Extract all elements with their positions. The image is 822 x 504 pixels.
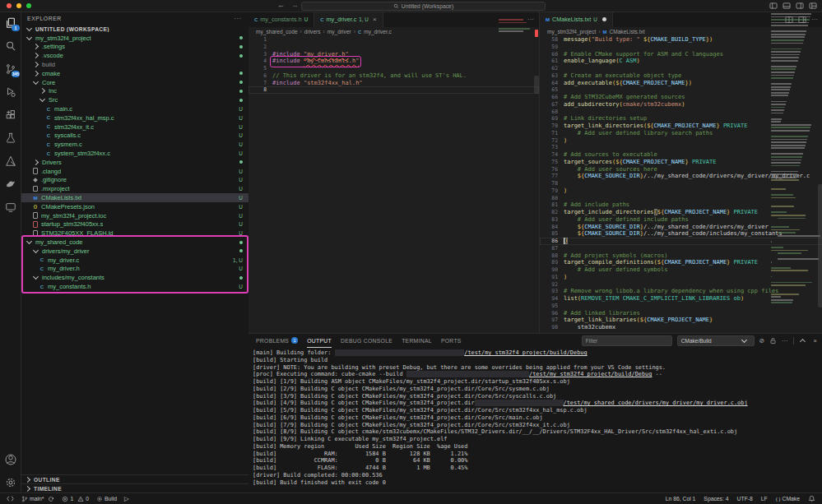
tree-folder-row[interactable]: drivers/my_driver	[21, 247, 248, 256]
tree-folder-row[interactable]: my_shared_code	[21, 238, 248, 247]
code-line[interactable]: 98 stm32cubemx	[540, 324, 822, 331]
breadcrumb-file[interactable]: my_driver.c	[364, 29, 392, 35]
code-line[interactable]: 92	[540, 281, 822, 289]
source-control-activity-icon[interactable]: 345	[4, 62, 16, 75]
extension-bird-activity-icon[interactable]	[4, 178, 16, 190]
tree-folder-row[interactable]: Core	[21, 78, 248, 87]
sync-icon[interactable]	[48, 496, 54, 502]
code-line[interactable]: 85 ${CMAKE_SOURCE_DIR}/../my_shared_code…	[540, 230, 822, 238]
tree-file-row[interactable]: STM32F405XX_FLASH.ldU	[21, 229, 248, 238]
tree-file-row[interactable]: MCMakeLists.txtU	[21, 193, 248, 202]
overview-ruler-right[interactable]	[817, 12, 822, 333]
output-log[interactable]: [main] Building folder: /test/my_stm32f4…	[253, 349, 820, 492]
tab-my-constants[interactable]: C my_constants.h U	[248, 12, 314, 27]
code-line[interactable]: 87	[540, 245, 822, 252]
code-line[interactable]: 4#include "my_constants.h"	[248, 58, 539, 65]
toggle-panel-icon[interactable]	[783, 2, 791, 10]
code-line[interactable]: 80	[540, 195, 822, 202]
run-debug-activity-icon[interactable]	[4, 86, 16, 98]
breadcrumb-right[interactable]: my_stm32f4_project›MCMakeLists.txt	[540, 27, 822, 36]
customize-layout-icon[interactable]	[809, 2, 817, 10]
tree-folder-row[interactable]: includes/my_constants	[21, 273, 248, 282]
back-icon[interactable]: ←	[277, 1, 285, 9]
tree-folder-row[interactable]: UNTITLED (WORKSPACE)	[21, 25, 248, 34]
tree-folder-row[interactable]: build	[21, 60, 248, 69]
tree-file-row[interactable]: startup_stm32f405xx.sU	[21, 220, 248, 229]
tree-file-row[interactable]: Cmy_driver.c1, U	[21, 256, 248, 265]
clear-output-icon[interactable]: ⊘	[759, 338, 764, 344]
code-line[interactable]: 61enable_language(C ASM)	[540, 58, 822, 65]
code-line[interactable]: 84 ${CMAKE_SOURCE_DIR}/../my_shared_code…	[540, 224, 822, 231]
code-line[interactable]: 68	[540, 109, 822, 116]
encoding[interactable]: UTF-8	[737, 496, 753, 502]
code-line[interactable]: 79)	[540, 187, 822, 195]
tree-file-row[interactable]: .mxprojectU	[21, 184, 248, 193]
breadcrumb-left[interactable]: my_shared_code›drivers›my_driver›Cmy_dri…	[248, 27, 539, 36]
code-line[interactable]: 96# Add linked libraries	[540, 310, 822, 317]
tree-file-row[interactable]: Csystem_stm32f4xx.cU	[21, 149, 248, 158]
code-line[interactable]: 78	[540, 180, 822, 187]
forward-icon[interactable]: →	[291, 1, 299, 9]
problems-status[interactable]: 1 0	[62, 496, 89, 502]
code-line[interactable]: 66# Add STM32CubeMX generated sources	[540, 94, 822, 101]
maximize-panel-icon[interactable]	[800, 339, 806, 344]
code-line[interactable]: 64add_executable(${CMAKE_PROJECT_NAME})	[540, 80, 822, 87]
code-line[interactable]: 3#include "my_driver.h"	[248, 51, 539, 58]
output-link[interactable]: /test/my_stm32f4_project/build/Debug	[529, 371, 652, 377]
toggle-primary-sidebar-icon[interactable]	[769, 2, 778, 10]
cmake-build-button[interactable]: Build	[96, 496, 117, 502]
code-line[interactable]: 97target_link_libraries(${CMAKE_PROJECT_…	[540, 317, 822, 324]
code-line[interactable]: 2	[248, 44, 539, 51]
command-center[interactable]: Untitled (Workspace)	[301, 2, 546, 11]
code-line[interactable]: 58message("Build type: " ${CMAKE_BUILD_T…	[540, 36, 822, 44]
settings-gear-icon[interactable]	[4, 476, 16, 488]
output-link[interactable]: /test/my_stm32f4_project/build/Debug	[464, 349, 587, 356]
explorer-activity-icon[interactable]: 1	[4, 16, 16, 29]
output-filter-input[interactable]	[582, 335, 672, 346]
panel-tab-ports[interactable]: PORTS	[441, 335, 462, 348]
eol[interactable]: LF	[761, 496, 768, 502]
panel-tab-debug-console[interactable]: DEBUG CONSOLE	[341, 335, 392, 348]
unsaved-dot-icon[interactable]	[602, 17, 606, 21]
code-line[interactable]: 91)	[540, 274, 822, 281]
toggle-secondary-sidebar-icon[interactable]	[796, 2, 804, 10]
code-line[interactable]: 88# Add project symbols (macros)	[540, 252, 822, 260]
code-line[interactable]: 90 # Add user defined symbols	[540, 266, 822, 274]
breadcrumb-item[interactable]: my_driver	[327, 29, 351, 35]
tree-file-row[interactable]: {}CMakePresets.jsonU	[21, 202, 248, 211]
code-line[interactable]: 94list(REMOVE_ITEM CMAKE_C_IMPLICIT_LINK…	[540, 295, 822, 303]
tree-folder-row[interactable]: my_stm32f4_project	[21, 34, 248, 43]
code-line[interactable]: 74# Add sources to executable	[540, 151, 822, 159]
breadcrumb-item[interactable]: drivers	[304, 29, 321, 35]
panel-tab-problems[interactable]: PROBLEMS1	[256, 335, 298, 348]
overview-ruler-left[interactable]	[533, 12, 539, 333]
tree-file-row[interactable]: Csyscalls.cU	[21, 132, 248, 141]
indentation[interactable]: Spaces: 4	[704, 496, 728, 502]
language-mode[interactable]: { } CMake	[776, 496, 800, 502]
panel-tab-output[interactable]: OUTPUT	[307, 335, 332, 348]
panel-more-actions-icon[interactable]: ···	[782, 338, 788, 344]
code-line[interactable]: 5	[248, 65, 539, 72]
breadcrumb-item[interactable]: my_stm32f4_project	[547, 29, 596, 35]
tree-folder-row[interactable]: .settings	[21, 43, 248, 52]
tree-folder-row[interactable]: Inc	[21, 87, 248, 96]
panel-tab-terminal[interactable]: TERMINAL	[402, 335, 432, 348]
explorer-more-actions-icon[interactable]: ···	[234, 15, 242, 22]
code-line[interactable]: 1	[248, 36, 539, 44]
code-line[interactable]: 76 # Add user sources here	[540, 166, 822, 173]
code-line[interactable]: 6// This driver is for an stm32f4, and w…	[248, 72, 539, 80]
editor-left-code[interactable]: 123#include "my_driver.h"4#include "my_c…	[248, 36, 539, 333]
code-line[interactable]: 89target_compile_definitions(${CMAKE_PRO…	[540, 259, 822, 266]
tree-folder-row[interactable]: Src	[21, 95, 248, 104]
code-line[interactable]: 83 # Add user defined include paths	[540, 216, 822, 224]
code-line[interactable]: 65	[540, 86, 822, 94]
remote-indicator-icon[interactable]	[7, 495, 14, 502]
testing-activity-icon[interactable]	[4, 132, 16, 144]
code-line[interactable]: 60# Enable CMake support for ASM and C l…	[540, 51, 822, 58]
run-target-icon[interactable]: ▷	[124, 495, 129, 502]
breadcrumb-item[interactable]: my_shared_code	[256, 29, 298, 35]
notifications-bell-icon[interactable]	[808, 495, 815, 502]
code-line[interactable]: 75target_sources(${CMAKE_PROJECT_NAME} P…	[540, 159, 822, 166]
code-line[interactable]: 77 ${CMAKE_SOURCE_DIR}/../my_shared_code…	[540, 173, 822, 180]
tree-file-row[interactable]: my_stm32f4_project.iocU	[21, 211, 248, 220]
